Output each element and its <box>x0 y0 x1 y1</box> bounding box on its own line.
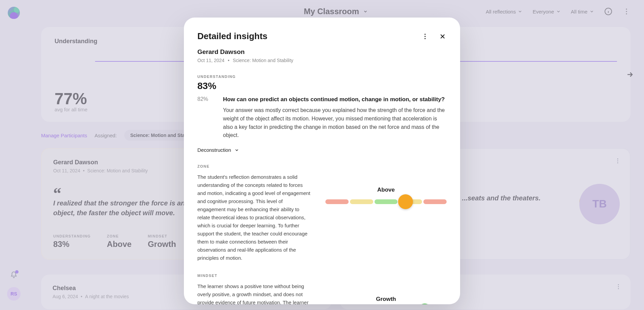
chevron-down-icon <box>234 148 239 152</box>
understanding-section-label: UNDERSTANDING <box>197 75 447 79</box>
modal-more-button[interactable] <box>421 32 429 40</box>
modal-student-name: Gerard Dawson <box>197 48 447 56</box>
close-icon <box>439 33 446 40</box>
zone-value: Above <box>325 187 447 193</box>
modal-title: Detailed insights <box>197 31 267 41</box>
deconstruction-toggle[interactable]: Deconstruction <box>197 147 447 153</box>
svg-point-10 <box>424 33 425 34</box>
svg-point-12 <box>424 38 425 39</box>
zone-gauge-knob <box>398 194 413 209</box>
detailed-insights-modal: Detailed insights Gerard Dawson Oct 11, … <box>184 18 460 304</box>
zone-section-label: ZONE <box>197 164 447 168</box>
mindset-description: The learner shows a positive tone withou… <box>197 282 312 304</box>
svg-point-11 <box>424 36 425 37</box>
zone-description: The student's reflection demonstrates a … <box>197 173 312 262</box>
modal-date: Oct 11, 2024 <box>197 58 224 63</box>
dot-separator: • <box>228 58 229 63</box>
question-percent: 82% <box>197 96 212 140</box>
deconstruction-label: Deconstruction <box>197 147 231 153</box>
zone-gauge <box>325 199 447 204</box>
modal-subject: Science: Motion and Stability <box>233 58 293 63</box>
understanding-percent: 83% <box>197 81 447 91</box>
question-title: How can one predict an objects continued… <box>223 96 447 103</box>
modal-close-button[interactable] <box>439 32 447 40</box>
mindset-section-label: MINDSET <box>197 274 447 278</box>
mindset-value: Growth <box>325 296 447 303</box>
question-answer: Your answer was mostly correct because y… <box>223 106 447 140</box>
mindset-gauge-knob <box>417 304 432 304</box>
more-vertical-icon <box>421 33 429 40</box>
